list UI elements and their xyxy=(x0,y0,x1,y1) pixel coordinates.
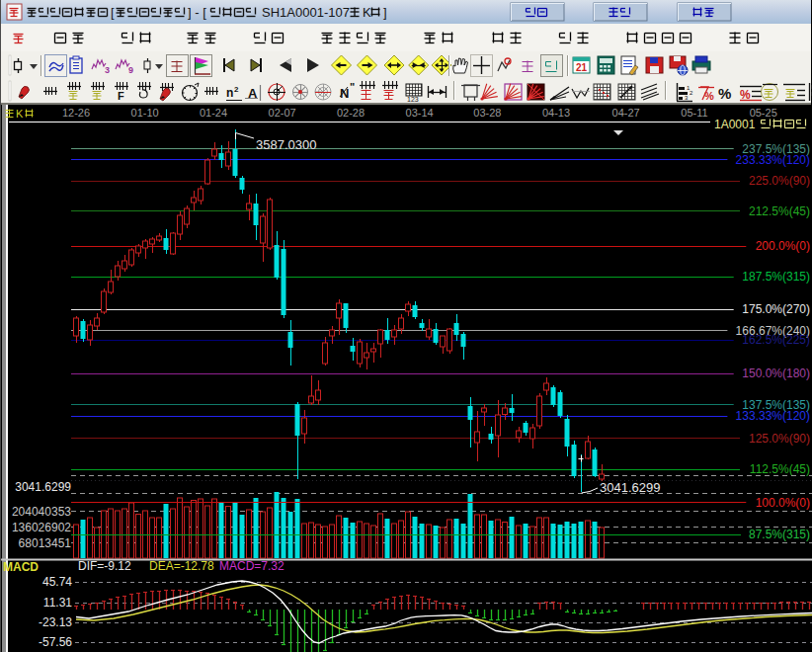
svg-text:01-24: 01-24 xyxy=(200,107,227,119)
svg-text:204040353: 204040353 xyxy=(12,505,71,519)
svg-text:225.0%(90): 225.0%(90) xyxy=(749,174,810,188)
svg-text:3: 3 xyxy=(105,65,110,75)
svg-text:87.5%(315): 87.5%(315) xyxy=(749,528,810,541)
svg-text:150.0%(180): 150.0%(180) xyxy=(742,367,810,380)
svg-text:1A0001: 1A0001 xyxy=(714,118,756,131)
svg-text:] - [: ] - [ xyxy=(188,5,206,20)
svg-text:-57.56: -57.56 xyxy=(39,635,72,649)
svg-text:200.0%(0): 200.0%(0) xyxy=(756,239,810,253)
svg-text:2: 2 xyxy=(234,85,239,94)
svg-text:%: % xyxy=(704,90,714,102)
svg-text:02-07: 02-07 xyxy=(269,107,296,119)
svg-text:11.31: 11.31 xyxy=(43,596,72,610)
svg-text:9: 9 xyxy=(128,65,133,75)
svg-text:K: K xyxy=(16,108,24,120)
svg-text:03-14: 03-14 xyxy=(406,107,434,119)
svg-text:MACD=7.32: MACD=7.32 xyxy=(219,559,284,573)
svg-text:[: [ xyxy=(111,5,115,20)
svg-text:": " xyxy=(350,81,355,93)
svg-text:136026902: 136026902 xyxy=(12,521,71,534)
svg-text:3041.6299: 3041.6299 xyxy=(600,480,660,495)
svg-text:233.33%(120): 233.33%(120) xyxy=(736,153,810,167)
svg-text:100.0%(0): 100.0%(0) xyxy=(756,496,810,510)
svg-text:01-10: 01-10 xyxy=(131,107,159,119)
svg-text:03-28: 03-28 xyxy=(473,107,501,119)
svg-text:68013451: 68013451 xyxy=(19,536,72,550)
svg-text:DIF=-9.12: DIF=-9.12 xyxy=(78,559,131,573)
svg-text:MACD: MACD xyxy=(3,560,39,574)
svg-text:05-11: 05-11 xyxy=(681,107,707,119)
svg-text:SH1A0001-107: SH1A0001-107 xyxy=(262,5,350,20)
svg-text:112.5%(45): 112.5%(45) xyxy=(750,462,810,476)
svg-text:162.5%(225): 162.5%(225) xyxy=(742,333,810,347)
svg-text:3587.0300: 3587.0300 xyxy=(256,137,316,152)
svg-text:45.74: 45.74 xyxy=(42,575,72,589)
svg-text:K: K xyxy=(363,5,371,20)
svg-text:DEA=-12.78: DEA=-12.78 xyxy=(149,559,214,573)
svg-text:212.5%(45): 212.5%(45) xyxy=(749,204,810,218)
svg-text:21: 21 xyxy=(576,62,588,73)
svg-text:2: 2 xyxy=(690,90,693,96)
svg-text:N: N xyxy=(340,86,349,101)
svg-text:02-28: 02-28 xyxy=(337,107,365,119)
svg-text:n: n xyxy=(226,86,233,100)
svg-text:04-13: 04-13 xyxy=(542,107,570,119)
svg-text:3: 3 xyxy=(685,95,689,101)
svg-text:125.0%(90): 125.0%(90) xyxy=(749,432,810,446)
svg-text:3041.6299: 3041.6299 xyxy=(15,480,71,494)
svg-text:04-27: 04-27 xyxy=(612,107,640,119)
svg-text:]: ] xyxy=(383,5,387,20)
svg-text:-23.13: -23.13 xyxy=(39,615,72,629)
svg-text:133.33%(120): 133.33%(120) xyxy=(736,409,810,423)
svg-text:123: 123 xyxy=(407,96,419,103)
svg-text:175.0%(270): 175.0%(270) xyxy=(742,302,810,316)
svg-text:F: F xyxy=(118,90,124,102)
svg-text:187.5%(315): 187.5%(315) xyxy=(742,270,810,284)
svg-text:%: % xyxy=(718,85,731,102)
svg-text:12-26: 12-26 xyxy=(62,107,90,119)
